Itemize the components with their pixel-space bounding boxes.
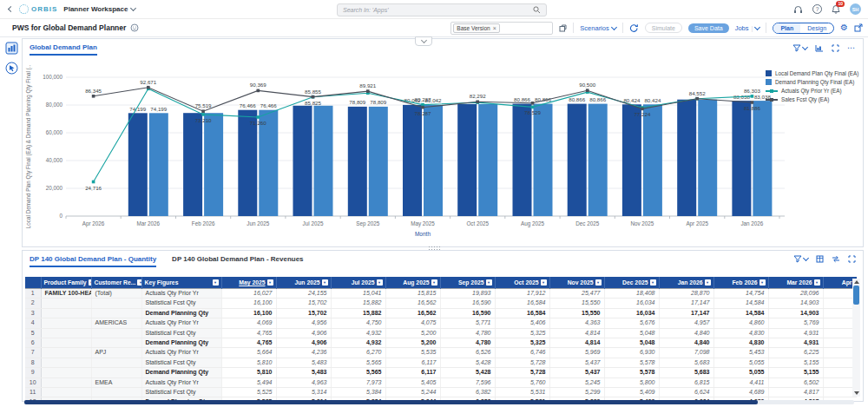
key-figure-cell[interactable]: Demand Planning Qty (141, 308, 221, 318)
grid-value-cell[interactable]: 15,702 (276, 308, 331, 318)
grid-value-cell[interactable]: 5,728 (495, 358, 549, 367)
grid-value-cell[interactable]: 5,245 (549, 377, 604, 387)
grid-vertical-scrollbar[interactable] (852, 279, 860, 397)
grid-value-cell[interactable]: 15,702 (276, 299, 331, 308)
grid-value-cell[interactable]: 5,494 (221, 377, 276, 387)
grid-value-cell[interactable]: 7,596 (440, 377, 495, 387)
grid-value-cell[interactable]: 5,325 (495, 338, 549, 348)
column-filter-icon[interactable]: ▼ (89, 279, 91, 286)
column-filter-icon[interactable]: ▼ (431, 279, 437, 286)
grid-value-cell[interactable]: 5,200 (385, 328, 440, 338)
demand-chart[interactable]: 020,00040,00060,00080,000100,00074,19976… (24, 65, 786, 242)
grid-value-cell[interactable]: 6,930 (604, 348, 659, 358)
column-filter-icon[interactable]: ▼ (814, 279, 820, 286)
widget-selector-icon[interactable] (5, 42, 18, 55)
grid-value-cell[interactable]: 17,912 (495, 289, 549, 299)
product-family-cell[interactable] (41, 328, 91, 338)
grid-value-cell[interactable]: 4,780 (440, 328, 495, 338)
grid-value-cell[interactable]: 5,406 (495, 318, 549, 328)
grid-value-cell[interactable]: 5,048 (604, 338, 659, 348)
key-figure-cell[interactable]: Actuals Qty Prior Yr (141, 289, 221, 299)
column-filter-icon[interactable]: ▼ (760, 279, 766, 286)
grid-value-cell[interactable]: 4,411 (713, 377, 768, 387)
grid-value-cell[interactable]: 4,814 (549, 338, 604, 348)
product-family-cell[interactable] (41, 358, 91, 367)
jobs-button[interactable]: Jobs | (735, 24, 760, 32)
grid-value-cell[interactable]: 4,932 (331, 338, 385, 348)
version-field[interactable]: Base Version × (450, 22, 553, 35)
avatar[interactable]: SH (850, 3, 861, 15)
key-figure-cell[interactable]: Statistical Fcst Qty (141, 328, 221, 338)
grid-value-cell[interactable]: 16,034 (604, 299, 659, 308)
grid-expand-button[interactable] (848, 255, 856, 263)
grid-value-cell[interactable]: 4,906 (276, 328, 331, 338)
grid-value-cell[interactable]: 5,810 (221, 368, 276, 377)
grid-value-cell[interactable]: 4,780 (440, 338, 495, 348)
key-figure-cell[interactable]: Actuals Qty Prior Yr (141, 348, 221, 358)
column-header[interactable]: Mar 2026▼ (768, 277, 823, 289)
grid-value-cell[interactable]: 17,147 (659, 308, 713, 318)
customer-region-cell[interactable]: EMEA (91, 377, 141, 387)
grid-value-cell[interactable]: 5,428 (440, 368, 495, 377)
chart-expand-button[interactable] (832, 44, 839, 52)
grid-value-cell[interactable]: 4,765 (221, 338, 276, 348)
grid-value-cell[interactable]: 16,562 (385, 308, 440, 318)
grid-value-cell[interactable]: 4,750 (331, 318, 385, 328)
grid-value-cell[interactable]: 5,771 (440, 318, 495, 328)
grid-value-cell[interactable]: 4,069 (221, 318, 276, 328)
notifications-button[interactable]: 10 (832, 4, 840, 14)
legend-item[interactable]: Actuals Qty Prior Yr (EA) (766, 88, 859, 94)
grid-value-cell[interactable]: 4,931 (768, 338, 823, 348)
grid-value-cell[interactable]: 15,550 (549, 308, 604, 318)
help-icon[interactable]: ? (812, 4, 822, 14)
column-header[interactable]: Dec 2025▼ (604, 277, 659, 289)
grid-value-cell[interactable]: 16,100 (221, 299, 276, 308)
grid-value-cell[interactable]: 5,155 (768, 358, 823, 367)
grid-value-cell[interactable]: 14,754 (713, 289, 768, 299)
grid-value-cell[interactable]: 4,830 (713, 338, 768, 348)
grid-value-cell[interactable]: 14,903 (768, 308, 823, 318)
grid-value-cell[interactable]: 5,683 (659, 358, 713, 367)
global-search-input[interactable]: Search In: 'Apps' (337, 3, 547, 16)
grid-value-cell[interactable]: 28,096 (768, 289, 823, 299)
scroll-thumb[interactable] (24, 400, 758, 404)
grid-value-cell[interactable]: 6,117 (385, 358, 440, 367)
column-header[interactable]: Key Figures▼ (141, 277, 221, 289)
grid-value-cell[interactable]: 5,565 (331, 368, 385, 377)
grid-swap-axes-button[interactable] (832, 255, 840, 263)
scroll-thumb[interactable] (853, 286, 859, 305)
grid-value-cell[interactable]: 5,800 (604, 377, 659, 387)
column-header[interactable]: Jun 2025▼ (276, 277, 331, 289)
grid-value-cell[interactable]: 16,584 (495, 308, 549, 318)
column-filter-icon[interactable]: ▼ (267, 279, 273, 286)
legend-item[interactable]: Local Demand Plan Qty Final (EA) (766, 70, 859, 76)
column-header[interactable]: Sep 2025▼ (440, 277, 495, 289)
grid-value-cell[interactable]: 6,225 (768, 348, 823, 358)
grid-value-cell[interactable]: 5,683 (659, 368, 713, 377)
pointer-tool-icon[interactable] (5, 62, 18, 75)
chart-filter-button[interactable] (792, 44, 807, 52)
grid-value-cell[interactable]: 15,041 (331, 289, 385, 299)
grid-value-cell[interactable]: 5,531 (495, 388, 549, 397)
grid-value-cell[interactable]: 5,525 (221, 388, 276, 397)
grid-value-cell[interactable]: 6,270 (331, 348, 385, 358)
column-header[interactable]: Feb 2026▼ (713, 277, 768, 289)
workspace-switcher[interactable]: Planner Workspace (63, 5, 135, 13)
key-figure-cell[interactable]: Statistical Fcst Qty (141, 299, 221, 308)
column-filter-icon[interactable]: ▼ (595, 279, 602, 286)
grid-value-cell[interactable]: 5,048 (604, 328, 659, 338)
refresh-icon[interactable] (629, 23, 639, 33)
column-header[interactable]: Jul 2025▼ (331, 277, 385, 289)
grid-value-cell[interactable]: 14,903 (768, 299, 823, 308)
grid-value-cell[interactable]: 5,155 (768, 368, 823, 377)
grid-value-cell[interactable]: 5,325 (495, 328, 549, 338)
grid-value-cell[interactable]: 5,453 (713, 348, 768, 358)
grid-value-cell[interactable]: 6,746 (495, 348, 549, 358)
grid-value-cell[interactable]: 4,236 (276, 348, 331, 358)
product-family-cell[interactable] (41, 308, 91, 318)
grid-value-cell[interactable]: 14,584 (713, 308, 768, 318)
column-header[interactable]: Nov 2025▼ (549, 277, 604, 289)
grid-tab-0[interactable]: DP 140 Global Demand Plan - Quantity (30, 255, 156, 267)
grid-value-cell[interactable]: 4,765 (221, 328, 276, 338)
column-filter-icon[interactable]: ▼ (705, 279, 711, 286)
